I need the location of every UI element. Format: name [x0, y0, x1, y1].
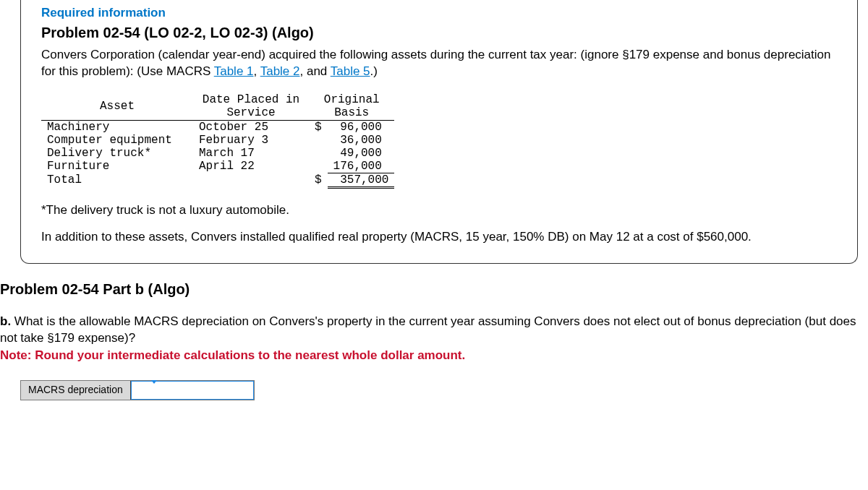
- col-header-date: Date Placed in Service: [193, 93, 309, 121]
- date-cell: October 25: [193, 120, 309, 134]
- problem-card: Required information Problem 02-54 (LO 0…: [20, 0, 858, 264]
- asset-cell: Furniture: [41, 160, 193, 173]
- footnote-text: *The delivery truck is not a luxury auto…: [41, 203, 837, 218]
- answer-label: MACRS depreciation: [21, 381, 131, 400]
- total-currency: $: [309, 173, 328, 187]
- problem-title: Problem 02-54 (LO 02-2, LO 02-3) (Algo): [41, 25, 837, 41]
- part-b-title: Problem 02-54 Part b (Algo): [0, 281, 868, 298]
- q-text: What is the allowable MACRS depreciation…: [0, 314, 856, 345]
- required-info-heading: Required information: [41, 6, 837, 20]
- total-value: 357,000: [328, 173, 395, 187]
- date-cell: February 3: [193, 134, 309, 147]
- basis-cell: 36,000: [328, 134, 395, 147]
- col-header-basis: Original Basis: [309, 93, 394, 121]
- desc-text-post: .): [370, 64, 378, 78]
- currency-cell: [309, 134, 328, 147]
- asset-cell: Computer equipment: [41, 134, 193, 147]
- question-b: b. What is the allowable MACRS depreciat…: [0, 314, 868, 347]
- total-label: Total: [41, 173, 193, 187]
- basis-cell: 96,000: [328, 120, 395, 134]
- basis-cell: 176,000: [328, 160, 395, 173]
- asset-cell: Machinery: [41, 120, 193, 134]
- table-row: Delivery truck* March 17 49,000: [41, 147, 394, 160]
- table-row: Furniture April 22 176,000: [41, 160, 394, 173]
- desc-sep1: ,: [254, 64, 260, 78]
- currency-cell: [309, 160, 328, 173]
- col-header-asset: Asset: [41, 93, 193, 121]
- currency-cell: $: [309, 120, 328, 134]
- q-prefix: b.: [0, 314, 14, 328]
- table2-link[interactable]: Table 2: [260, 64, 300, 78]
- table5-link[interactable]: Table 5: [331, 64, 370, 78]
- table1-link[interactable]: Table 1: [214, 64, 254, 78]
- answer-input-wrap: [131, 381, 254, 400]
- table-row: Machinery October 25 $ 96,000: [41, 120, 394, 134]
- problem-description: Convers Corporation (calendar year-end) …: [41, 47, 837, 80]
- desc-text-pre: Convers Corporation (calendar year-end) …: [41, 48, 830, 78]
- assets-table: Asset Date Placed in Service Original Ba…: [41, 93, 394, 189]
- desc-sep2: , and: [300, 64, 331, 78]
- table-row: Computer equipment February 3 36,000: [41, 134, 394, 147]
- macrs-depreciation-input[interactable]: [131, 381, 254, 400]
- currency-cell: [309, 147, 328, 160]
- table-total-row: Total $ 357,000: [41, 173, 394, 187]
- additional-info: In addition to these assets, Convers ins…: [41, 229, 837, 246]
- date-cell: April 22: [193, 160, 309, 173]
- date-cell: March 17: [193, 147, 309, 160]
- asset-cell: Delivery truck*: [41, 147, 193, 160]
- basis-cell: 49,000: [328, 147, 395, 160]
- rounding-note: Note: Round your intermediate calculatio…: [0, 348, 868, 363]
- answer-row: MACRS depreciation: [20, 380, 255, 400]
